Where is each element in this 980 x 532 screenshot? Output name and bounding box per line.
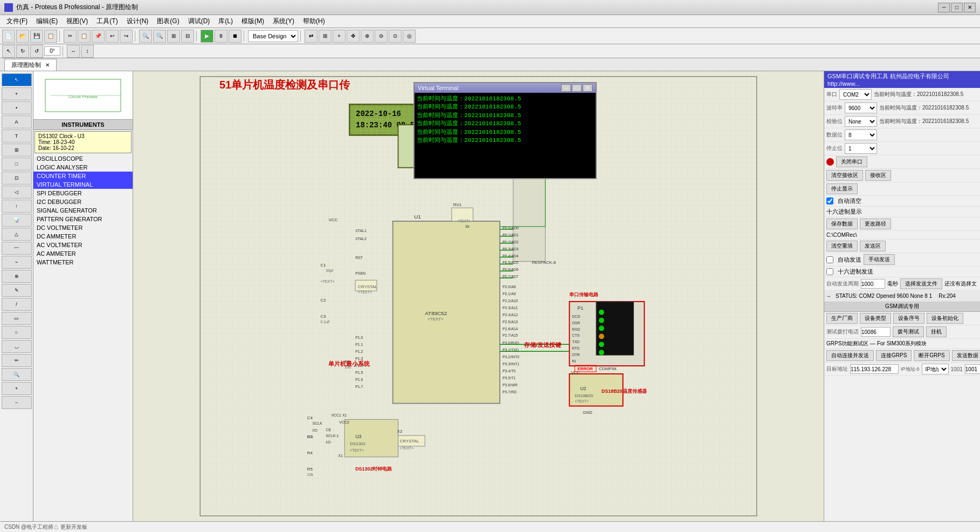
minus-tool[interactable]: −: [2, 396, 32, 409]
probe-tool[interactable]: △: [2, 228, 32, 241]
select-tool-btn[interactable]: ↖: [2, 73, 32, 86]
symbol-tool[interactable]: ⊗: [2, 270, 32, 283]
paste-button[interactable]: 📌: [92, 30, 105, 43]
grid-button[interactable]: ⊞: [319, 30, 332, 43]
path-tool[interactable]: ✏: [2, 354, 32, 367]
zoom-tool-side[interactable]: 🔍: [2, 368, 32, 381]
simulate-button[interactable]: ▶: [201, 30, 213, 43]
junction-tool[interactable]: •: [2, 101, 32, 114]
instrument-i2c-debugger[interactable]: I2C DEBUGGER: [33, 197, 133, 206]
canvas-area[interactable]: 51单片机温度检测及串口传 2022-10-16 18:23:40 08.5°C…: [133, 71, 824, 521]
undo-button[interactable]: ↩: [106, 30, 119, 43]
receive-button[interactable]: 接收区: [865, 170, 891, 181]
manual-send-button[interactable]: 手动发送: [864, 254, 895, 265]
menu-system[interactable]: 系统(Y): [268, 16, 299, 27]
menu-file[interactable]: 文件(F): [2, 16, 32, 27]
change-path-button[interactable]: 更改路径: [860, 219, 891, 229]
stop-button[interactable]: ⏹: [229, 30, 241, 43]
tape-tool[interactable]: 〰: [2, 242, 32, 255]
menu-graph[interactable]: 图表(G): [153, 16, 183, 27]
mirror-v-button[interactable]: ↕: [81, 45, 94, 58]
instrument-pattern-generator[interactable]: PATTERN GENERATOR: [33, 215, 133, 223]
vt-minimize[interactable]: ─: [561, 84, 571, 92]
copy-button[interactable]: 📋: [78, 30, 91, 43]
snap-button[interactable]: +: [333, 30, 346, 43]
device-init-button[interactable]: 设备初始化: [927, 313, 963, 324]
cut-button[interactable]: ✂: [64, 30, 77, 43]
select-tool[interactable]: ↖: [2, 45, 15, 58]
vt-maximize[interactable]: □: [572, 84, 582, 92]
component-tool[interactable]: +: [2, 87, 32, 100]
rotate-ccw-button[interactable]: ↺: [30, 45, 43, 58]
menu-debug[interactable]: 调试(D): [184, 16, 215, 27]
period-input[interactable]: [861, 279, 885, 289]
bus-tool[interactable]: ⊞: [2, 144, 32, 156]
hang-up-button[interactable]: 挂机: [926, 326, 947, 337]
vt-title-bar[interactable]: Virtual Terminal ─ □ ✕: [415, 83, 596, 93]
disconnect-grps-button[interactable]: 断开GRPS: [914, 350, 949, 361]
window-controls[interactable]: ─ □ ✕: [938, 3, 976, 12]
design-mode-select[interactable]: Base Design: [248, 30, 298, 42]
menu-template[interactable]: 模版(M): [237, 16, 268, 27]
close-button[interactable]: ✕: [964, 3, 976, 12]
wire-label-tool[interactable]: A: [2, 115, 32, 128]
drag-button[interactable]: ✥: [347, 30, 360, 43]
instrument-wattmeter[interactable]: WATTMETER: [33, 258, 133, 267]
zoom-fit-button[interactable]: ⊞: [167, 30, 180, 43]
terminal-tool[interactable]: ⊡: [2, 172, 32, 185]
pause-button[interactable]: ⏸: [215, 30, 227, 43]
hex-send-checkbox[interactable]: [826, 268, 833, 275]
plus-tool[interactable]: +: [2, 382, 32, 395]
menu-library[interactable]: 库(L): [214, 16, 237, 27]
zoom-out-button[interactable]: 🔍: [153, 30, 166, 43]
vt-close[interactable]: ✕: [583, 84, 592, 92]
stopbits-select[interactable]: 1: [845, 143, 877, 154]
select-file-button[interactable]: 选择发送文件: [900, 278, 942, 289]
arc-tool[interactable]: ◡: [2, 340, 32, 353]
instrument-logic-analyser[interactable]: LOGIC ANALYSER: [33, 163, 133, 172]
auto-clear-checkbox[interactable]: [826, 197, 833, 204]
auto-connect-button[interactable]: 自动连接并发送: [826, 350, 874, 361]
auto-send-checkbox[interactable]: [826, 256, 833, 263]
stop-display-button[interactable]: 停止显示: [826, 183, 858, 194]
instrument-tool[interactable]: 📊: [2, 214, 32, 227]
instrument-ac-voltmeter[interactable]: AC VOLTMETER: [33, 241, 133, 249]
dial-test-button[interactable]: 拨号测试: [893, 326, 924, 337]
menu-design[interactable]: 设计(N): [122, 16, 153, 27]
clear-resend-button[interactable]: 清空重填: [826, 241, 858, 251]
instrument-spi-debugger[interactable]: SPI DEBUGGER: [33, 189, 133, 197]
instrument-oscilloscope[interactable]: OSCILLOSCOPE: [33, 154, 133, 163]
open-button[interactable]: 📂: [16, 30, 29, 43]
sub-circuit-tool[interactable]: □: [2, 158, 32, 170]
virtual-terminal-window[interactable]: Virtual Terminal ─ □ ✕ 当前时间与温度：202210161…: [413, 82, 597, 179]
dial-number-input[interactable]: [861, 327, 891, 337]
route-button[interactable]: ⇄: [305, 30, 318, 43]
save-as-button[interactable]: 📋: [44, 30, 57, 43]
port-num-input[interactable]: [965, 364, 980, 374]
gen-tool[interactable]: ~: [2, 256, 32, 269]
save-data-button[interactable]: 保存数据: [826, 219, 858, 229]
circle-tool[interactable]: ○: [2, 326, 32, 339]
mirror-h-button[interactable]: ↔: [67, 45, 80, 58]
instrument-virtual-terminal[interactable]: VIRTUAL TERMINAL: [33, 180, 133, 189]
power-tool[interactable]: ↑: [2, 200, 32, 213]
box-tool[interactable]: ▭: [2, 312, 32, 325]
text-tool[interactable]: T: [2, 129, 32, 142]
tab-close-button[interactable]: ✕: [45, 62, 50, 68]
zoom-area-button[interactable]: ⊟: [181, 30, 194, 43]
instrument-ac-ammeter[interactable]: AC AMMETER: [33, 249, 133, 258]
instrument-signal-generator[interactable]: SIGNAL GENERATOR: [33, 206, 133, 215]
instrument-dc-ammeter[interactable]: DC AMMETER: [33, 232, 133, 241]
instrument-dc-voltmeter[interactable]: DC VOLTMETER: [33, 223, 133, 232]
send-zone-button[interactable]: 发送区: [860, 241, 886, 251]
rotate-cw-button[interactable]: ↻: [16, 45, 29, 58]
menu-edit[interactable]: 编辑(E): [32, 16, 62, 27]
device-type-button[interactable]: 设备类型: [860, 313, 891, 324]
clear-receive-button[interactable]: 清空接收区: [826, 170, 863, 181]
connect-grps-button[interactable]: 连接GRPS: [876, 350, 912, 361]
send-data-button[interactable]: 发送数据: [952, 350, 980, 361]
zoom-full-button[interactable]: ⊙: [389, 30, 402, 43]
maximize-button[interactable]: □: [951, 3, 963, 12]
new-button[interactable]: 📄: [2, 30, 15, 43]
instrument-counter-timer[interactable]: COUNTER TIMER: [33, 172, 133, 180]
